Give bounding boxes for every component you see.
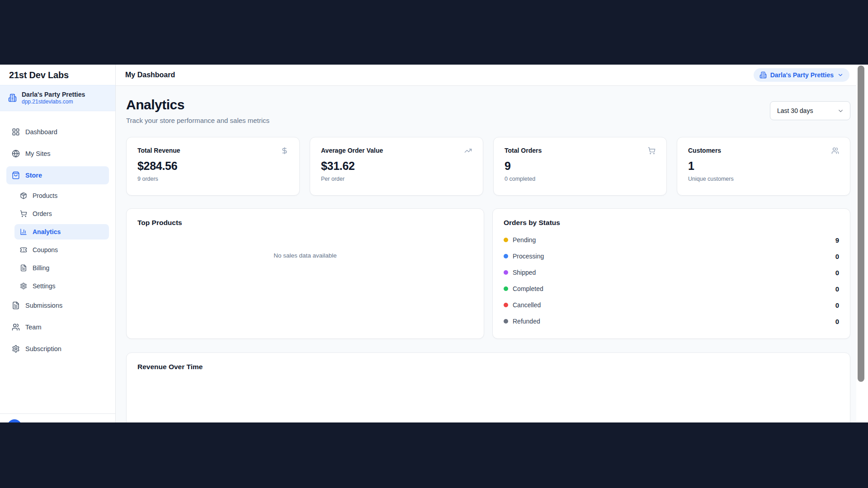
- status-dot: [504, 270, 508, 275]
- sidebar-item-store[interactable]: Store: [6, 166, 109, 184]
- globe-icon: [12, 150, 20, 158]
- site-switcher-label: Darla's Party Pretties: [770, 71, 834, 79]
- top-products-panel: Top Products No sales data available: [126, 208, 484, 339]
- sidebar-item-subscription[interactable]: Subscription: [6, 340, 109, 358]
- status-dot: [504, 238, 508, 242]
- layout-grid-icon: [12, 128, 20, 136]
- sidebar-item-label: Store: [25, 172, 42, 179]
- status-row-refunded: Refunded 0: [504, 314, 839, 328]
- settings-icon: [20, 282, 27, 290]
- status-count: 0: [835, 285, 839, 293]
- shopping-cart-icon: [648, 147, 656, 155]
- bar-chart-icon: [20, 228, 27, 235]
- status-row-processing: Processing 0: [504, 249, 839, 263]
- sidebar-item-label: Coupons: [33, 246, 58, 253]
- metric-card-total-orders: Total Orders 9 0 completed: [493, 137, 667, 196]
- content-area: Analytics Track your store performance a…: [116, 86, 856, 422]
- revenue-over-time-title: Revenue Over Time: [137, 363, 839, 371]
- status-label: Pending: [513, 236, 536, 244]
- sidebar-item-orders[interactable]: Orders: [14, 206, 109, 221]
- sidebar-item-coupons[interactable]: Coupons: [14, 242, 109, 258]
- shopping-bag-icon: [12, 171, 20, 179]
- sidebar-item-submissions[interactable]: Submissions: [6, 296, 109, 314]
- metric-label: Total Revenue: [137, 147, 180, 154]
- status-row-cancelled: Cancelled 0: [504, 298, 839, 312]
- sidebar-item-products[interactable]: Products: [14, 188, 109, 203]
- users-icon: [12, 323, 20, 331]
- status-label: Processing: [513, 253, 544, 260]
- date-range-value: Last 30 days: [777, 107, 813, 114]
- file-text-icon: [20, 264, 27, 272]
- building-icon: [760, 71, 767, 79]
- sidebar-item-label: Products: [33, 192, 57, 199]
- sidebar: 21st Dev Labs Darla's Party Pretties dpp…: [0, 65, 116, 422]
- status-count: 0: [835, 269, 839, 277]
- date-range-select[interactable]: Last 30 days: [770, 101, 850, 120]
- page-breadcrumb-title: My Dashboard: [125, 71, 175, 79]
- panels-row: Top Products No sales data available Ord…: [126, 208, 850, 339]
- metric-card-total-revenue: Total Revenue $284.56 9 orders: [126, 137, 300, 196]
- sidebar-item-analytics[interactable]: Analytics: [14, 224, 109, 239]
- sidebar-nav: Dashboard My Sites Store Products Orders…: [0, 111, 115, 358]
- orders-by-status-title: Orders by Status: [504, 219, 839, 227]
- chevron-down-icon: [837, 108, 844, 114]
- site-name: Darla's Party Pretties: [22, 90, 85, 99]
- status-count: 0: [835, 253, 839, 260]
- shopping-cart-icon: [20, 210, 27, 217]
- trending-up-icon: [464, 147, 472, 155]
- status-dot: [504, 254, 508, 258]
- scrollbar-thumb[interactable]: [858, 66, 864, 382]
- metric-label: Customers: [688, 147, 721, 154]
- sidebar-item-label: My Sites: [25, 150, 51, 157]
- sidebar-item-label: Subscription: [25, 345, 61, 352]
- topbar: My Dashboard Darla's Party Pretties: [116, 65, 856, 86]
- sidebar-item-settings[interactable]: Settings: [14, 278, 109, 294]
- top-products-empty-message: No sales data available: [137, 252, 473, 259]
- status-list: Pending 9 Processing 0 Shipped 0 Complet…: [504, 233, 839, 328]
- metric-card-average-order-value: Average Order Value $31.62 Per order: [310, 137, 483, 196]
- metric-subtext: Per order: [321, 176, 472, 182]
- status-dot: [504, 303, 508, 307]
- site-domain[interactable]: dpp.21stdevlabs.com: [22, 99, 85, 106]
- sidebar-item-billing[interactable]: Billing: [14, 260, 109, 276]
- settings-icon: [12, 345, 20, 353]
- page-title: Analytics: [126, 97, 269, 113]
- page-subtitle: Track your store performance and sales m…: [126, 117, 269, 124]
- sidebar-item-my-sites[interactable]: My Sites: [6, 145, 109, 163]
- file-text-icon: [12, 301, 20, 310]
- metric-subtext: Unique customers: [688, 176, 839, 182]
- orders-by-status-panel: Orders by Status Pending 9 Processing 0 …: [492, 208, 850, 339]
- page-header: Analytics Track your store performance a…: [126, 97, 850, 124]
- metric-value: $31.62: [321, 160, 472, 173]
- metric-cards-row: Total Revenue $284.56 9 orders Average O…: [126, 137, 850, 196]
- site-selector[interactable]: Darla's Party Pretties dpp.21stdevlabs.c…: [0, 85, 115, 111]
- ticket-icon: [20, 246, 27, 253]
- revenue-over-time-panel: Revenue Over Time: [126, 352, 850, 422]
- site-switcher-button[interactable]: Darla's Party Pretties: [754, 68, 849, 82]
- status-dot: [504, 286, 508, 291]
- building-icon: [8, 94, 17, 102]
- app-window: 21st Dev Labs Darla's Party Pretties dpp…: [0, 65, 868, 422]
- status-label: Completed: [513, 285, 543, 292]
- sidebar-item-label: Billing: [33, 264, 49, 272]
- bottom-dark-band: [0, 422, 868, 488]
- status-label: Cancelled: [513, 301, 541, 309]
- sidebar-item-label: Orders: [33, 210, 52, 217]
- metric-subtext: 9 orders: [137, 176, 288, 182]
- sidebar-item-team[interactable]: Team: [6, 318, 109, 336]
- status-row-completed: Completed 0: [504, 282, 839, 296]
- metric-subtext: 0 completed: [505, 176, 656, 182]
- user-avatar[interactable]: [7, 419, 22, 422]
- top-dark-band: [0, 0, 868, 65]
- status-row-shipped: Shipped 0: [504, 266, 839, 279]
- sidebar-item-label: Analytics: [33, 228, 61, 235]
- sidebar-item-dashboard[interactable]: Dashboard: [6, 123, 109, 141]
- metric-value: 9: [505, 160, 656, 173]
- vertical-scrollbar: [856, 65, 868, 422]
- brand-title: 21st Dev Labs: [0, 65, 115, 85]
- status-count: 0: [835, 318, 839, 325]
- status-label: Refunded: [513, 318, 540, 325]
- users-icon: [831, 147, 839, 155]
- metric-label: Average Order Value: [321, 147, 383, 154]
- status-count: 9: [835, 236, 839, 244]
